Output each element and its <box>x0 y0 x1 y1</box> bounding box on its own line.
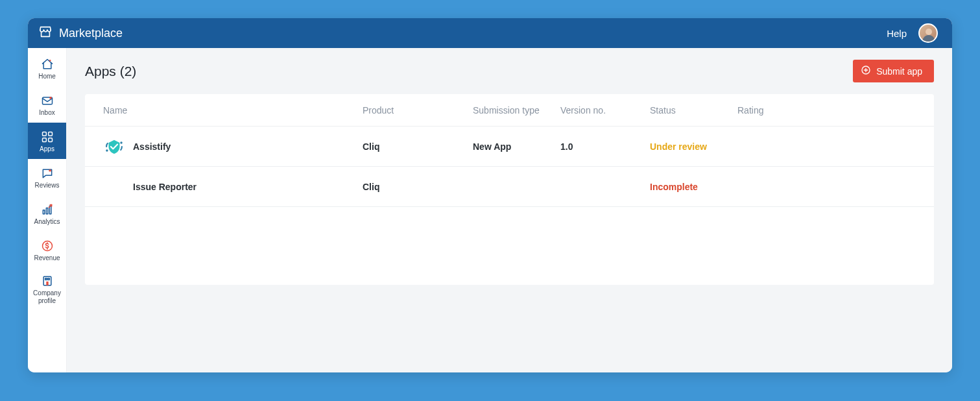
sidebar-item-label: Revenue <box>34 254 60 261</box>
svg-point-2 <box>49 97 52 99</box>
cell-version: 1.0 <box>560 141 650 152</box>
app-window: Marketplace Help Home Inbox <box>28 18 952 372</box>
svg-rect-13 <box>45 278 47 280</box>
brand-title: Marketplace <box>59 27 123 40</box>
brand: Marketplace <box>38 25 123 42</box>
plus-circle-icon <box>861 65 871 77</box>
home-icon <box>41 57 54 71</box>
col-status: Status <box>650 105 737 115</box>
company-profile-icon <box>41 274 54 288</box>
col-name: Name <box>103 105 363 115</box>
analytics-icon <box>41 202 54 217</box>
marketplace-icon <box>38 25 53 42</box>
cell-status: Incomplete <box>650 182 737 192</box>
sidebar-item-home[interactable]: Home <box>28 50 66 86</box>
reviews-icon <box>41 166 54 180</box>
app-icon <box>103 136 125 158</box>
sidebar-item-label: Inbox <box>39 109 54 116</box>
apps-icon <box>41 130 54 144</box>
cell-name: Assistify <box>103 136 363 158</box>
sidebar-item-apps[interactable]: Apps <box>28 123 66 159</box>
body: Home Inbox Apps Reviews <box>28 48 952 372</box>
col-rating: Rating <box>737 105 809 115</box>
table-row[interactable]: Issue Reporter Cliq Incomplete <box>85 167 934 207</box>
app-name: Issue Reporter <box>133 182 197 192</box>
sidebar-item-revenue[interactable]: Revenue <box>28 232 66 268</box>
avatar[interactable] <box>918 23 938 43</box>
sidebar-item-company-profile[interactable]: Company profile <box>28 268 66 311</box>
cell-product: Cliq <box>363 141 473 152</box>
col-product: Product <box>363 105 473 115</box>
cell-name: Issue Reporter <box>103 176 363 198</box>
cell-status: Under review <box>650 141 737 152</box>
table-row[interactable]: Assistify Cliq New App 1.0 Under review <box>85 127 934 167</box>
titlebar: Marketplace Help <box>28 18 952 48</box>
submit-app-button[interactable]: Submit app <box>853 60 934 82</box>
revenue-icon <box>41 239 54 253</box>
submit-app-label: Submit app <box>876 66 922 77</box>
svg-rect-8 <box>43 210 45 213</box>
main: Apps (2) Submit app Name Product Submiss… <box>67 48 952 372</box>
svg-point-0 <box>49 59 51 61</box>
svg-rect-3 <box>42 132 46 136</box>
svg-point-18 <box>106 149 108 151</box>
svg-rect-15 <box>46 282 48 286</box>
inbox-icon <box>41 93 54 108</box>
page-title: Apps (2) <box>85 64 136 79</box>
svg-point-19 <box>120 141 122 143</box>
col-submission-type: Submission type <box>473 105 560 115</box>
svg-rect-5 <box>42 138 46 141</box>
sidebar: Home Inbox Apps Reviews <box>28 48 67 372</box>
main-header: Apps (2) Submit app <box>85 60 934 82</box>
app-name: Assistify <box>133 141 171 152</box>
sidebar-item-label: Reviews <box>35 182 60 189</box>
svg-rect-6 <box>48 138 52 141</box>
svg-rect-4 <box>48 132 52 136</box>
help-link[interactable]: Help <box>887 28 907 39</box>
apps-table-card: Name Product Submission type Version no.… <box>85 94 934 285</box>
svg-rect-14 <box>47 278 49 280</box>
cell-product: Cliq <box>363 182 473 192</box>
sidebar-item-label: Analytics <box>34 218 60 225</box>
cell-submission-type: New App <box>473 141 560 152</box>
table-header: Name Product Submission type Version no.… <box>85 94 934 127</box>
sidebar-item-reviews[interactable]: Reviews <box>28 159 66 195</box>
sidebar-item-analytics[interactable]: Analytics <box>28 195 66 232</box>
sidebar-item-inbox[interactable]: Inbox <box>28 86 66 123</box>
sidebar-item-label: Home <box>38 73 56 80</box>
col-version: Version no. <box>560 105 650 115</box>
sidebar-item-label: Apps <box>40 145 54 152</box>
app-icon <box>103 176 125 198</box>
svg-rect-9 <box>46 208 48 213</box>
sidebar-item-label: Company profile <box>28 289 66 305</box>
